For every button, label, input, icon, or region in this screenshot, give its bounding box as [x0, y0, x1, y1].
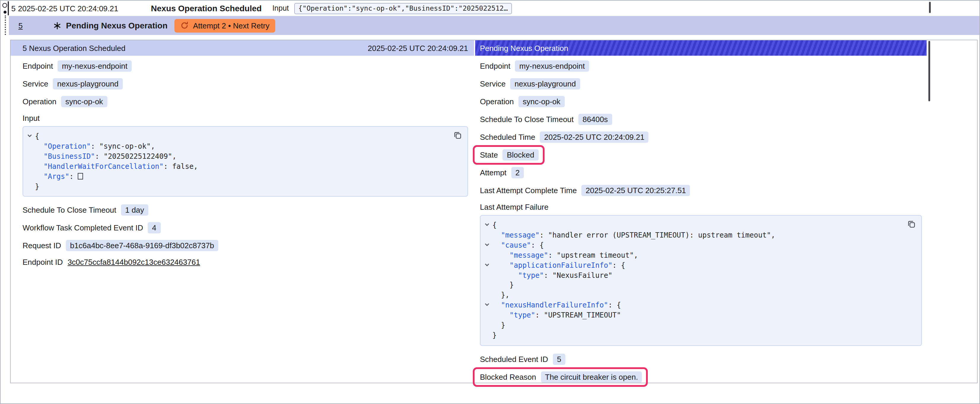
- scheduled-event-panel: 5 Nexus Operation Scheduled 2025-02-25 U…: [11, 40, 474, 389]
- event-detail-box: 5 Nexus Operation Scheduled 2025-02-25 U…: [10, 40, 978, 383]
- field-row: Scheduled Time 2025-02-25 UTC 20:24:09.2…: [480, 131, 922, 143]
- field-row: Workflow Task Completed Event ID 4: [22, 222, 468, 234]
- field-value-chip: 2: [511, 167, 524, 178]
- field-row: Operation sync-op-ok: [22, 96, 468, 107]
- event-title: Nexus Operation Scheduled: [151, 3, 262, 13]
- json-line: "Args":: [27, 171, 452, 182]
- retry-attempt-badge: Attempt 2 • Next Retry: [175, 19, 275, 32]
- field-label: State: [480, 151, 498, 159]
- event-id-link[interactable]: 5: [18, 21, 22, 30]
- field-row: Scheduled Event ID 5: [480, 354, 922, 365]
- event-id: 5: [9, 4, 16, 13]
- field-label: Operation: [22, 97, 56, 106]
- field-row: Schedule To Close Timeout 1 day: [22, 205, 468, 216]
- field-row-state: State Blocked: [480, 149, 922, 160]
- empty-array-icon: [78, 173, 83, 179]
- field-value-chip: sync-op-ok: [519, 96, 565, 107]
- json-line: "HandlerWaitForCancellation": false,: [27, 162, 452, 171]
- field-label: Scheduled Event ID: [480, 355, 548, 364]
- endpoint-id-link[interactable]: 3c0c75ccfa8144b092c13ce632463761: [68, 258, 200, 267]
- chevron-down-icon[interactable]: [484, 301, 492, 311]
- field-value-chip: 86400s: [578, 114, 612, 125]
- field-label: Endpoint: [480, 62, 511, 70]
- field-row: Operation sync-op-ok: [480, 96, 922, 107]
- field-row-endpoint-id: Endpoint ID 3c0c75ccfa8144b092c13ce63246…: [22, 258, 468, 267]
- event-row-scheduled[interactable]: 5 2025-02-25 UTC 20:24:09.21 Nexus Opera…: [9, 1, 979, 16]
- chevron-down-icon[interactable]: [484, 260, 492, 271]
- input-preview-chip[interactable]: {"Operation":"sync-op-ok","BusinessID":"…: [294, 3, 512, 14]
- scheduled-panel-header: 5 Nexus Operation Scheduled 2025-02-25 U…: [11, 40, 474, 56]
- field-row: Last Attempt Complete Time 2025-02-25 UT…: [480, 185, 922, 196]
- field-label: Last Attempt Complete Time: [480, 186, 577, 195]
- json-line: "applicationFailureInfo": {: [484, 260, 906, 271]
- input-section-label: Input: [22, 114, 468, 123]
- field-label: Endpoint ID: [22, 258, 63, 267]
- json-line: {: [27, 131, 452, 142]
- chevron-down-icon[interactable]: [484, 241, 492, 250]
- field-value-chip: 1 day: [121, 205, 148, 216]
- blocked-reason-chip: The circuit breaker is open.: [541, 371, 642, 383]
- field-row: Endpoint my-nexus-endpoint: [22, 60, 468, 72]
- failure-json-viewer: { "message": "handler error (UPSTREAM_TI…: [480, 215, 922, 346]
- event-timestamp: 2025-02-25 UTC 20:24:09.21: [18, 4, 118, 13]
- json-line: "message": "upstream timeout",: [484, 250, 906, 260]
- event-row-pending-selected[interactable]: 5 Pending Nexus Operation Attempt 2 • Ne…: [9, 16, 979, 35]
- field-label: Service: [480, 79, 506, 88]
- chevron-down-icon[interactable]: [484, 220, 492, 230]
- scheduled-panel-timestamp: 2025-02-25 UTC 20:24:09.21: [368, 44, 468, 52]
- field-label: Request ID: [22, 241, 61, 250]
- field-value-chip: 2025-02-25 UTC 20:24:09.21: [540, 131, 648, 143]
- json-line: "Operation": "sync-op-ok",: [27, 142, 452, 152]
- field-label: Attempt: [480, 168, 507, 177]
- json-line: }: [484, 331, 906, 341]
- pending-operation-panel: Pending Nexus Operation Endpoint my-nexu…: [475, 40, 927, 389]
- field-label: Schedule To Close Timeout: [480, 115, 574, 124]
- field-value-chip: my-nexus-endpoint: [58, 60, 132, 72]
- event-timeline-rail: [1, 1, 9, 37]
- json-line: "type": "UPSTREAM_TIMEOUT": [484, 311, 906, 320]
- field-value-chip: my-nexus-endpoint: [515, 60, 589, 72]
- field-label: Blocked Reason: [480, 372, 536, 382]
- timeline-open-circle-icon: [2, 3, 7, 8]
- json-line: }: [27, 182, 452, 192]
- json-line: "BusinessID": "20250225122409",: [27, 152, 452, 162]
- field-row: Service nexus-playground: [22, 78, 468, 89]
- state-field: State Blocked: [480, 149, 538, 160]
- pending-panel-header: Pending Nexus Operation: [475, 40, 927, 56]
- field-value-chip: nexus-playground: [511, 78, 580, 89]
- field-row: Request ID b1c6a4bc-8ee7-468a-9169-df3b0…: [22, 240, 468, 252]
- field-label: Workflow Task Completed Event ID: [22, 223, 143, 233]
- field-value-chip: nexus-playground: [53, 78, 123, 89]
- failure-section-label: Last Attempt Failure: [480, 203, 922, 211]
- chevron-down-icon[interactable]: [27, 131, 35, 142]
- copy-icon[interactable]: [907, 220, 916, 229]
- json-line: "nexusHandlerFailureInfo": {: [484, 301, 906, 311]
- json-line: }: [484, 280, 906, 291]
- scheduled-panel-title: 5 Nexus Operation Scheduled: [22, 44, 126, 52]
- json-line: }: [484, 320, 906, 331]
- json-line: },: [484, 291, 906, 301]
- field-label: Schedule To Close Timeout: [22, 206, 116, 215]
- timeline-dot-icon: [3, 11, 6, 14]
- timeline-dotted-connector: [5, 16, 6, 35]
- field-value-chip: sync-op-ok: [61, 96, 107, 107]
- scrollbar-thumb[interactable]: [928, 41, 930, 101]
- field-label: Operation: [480, 97, 514, 106]
- json-line: "type": "NexusFailure": [484, 271, 906, 280]
- field-value-chip: b1c6a4bc-8ee7-468a-9169-df3b02c8737b: [66, 240, 218, 252]
- input-json-viewer: { "Operation": "sync-op-ok", "BusinessID…: [22, 126, 468, 197]
- input-label: Input: [272, 4, 289, 13]
- pending-event-title: Pending Nexus Operation: [66, 21, 167, 30]
- field-value-chip: 5: [553, 354, 565, 365]
- event-history-rows: 5 2025-02-25 UTC 20:24:09.21 Nexus Opera…: [9, 1, 979, 35]
- json-line: "cause": {: [484, 241, 906, 250]
- blocked-reason-field: Blocked Reason The circuit breaker is op…: [480, 371, 642, 383]
- field-label: Scheduled Time: [480, 133, 535, 142]
- field-row-blocked-reason: Blocked Reason The circuit breaker is op…: [480, 371, 922, 383]
- copy-icon[interactable]: [453, 131, 462, 140]
- field-label: Service: [22, 79, 48, 88]
- json-line: "message": "handler error (UPSTREAM_TIME…: [484, 230, 906, 241]
- field-value-chip: 4: [148, 222, 161, 234]
- scrollbar-thumb[interactable]: [929, 2, 931, 13]
- field-row: Attempt 2: [480, 167, 922, 178]
